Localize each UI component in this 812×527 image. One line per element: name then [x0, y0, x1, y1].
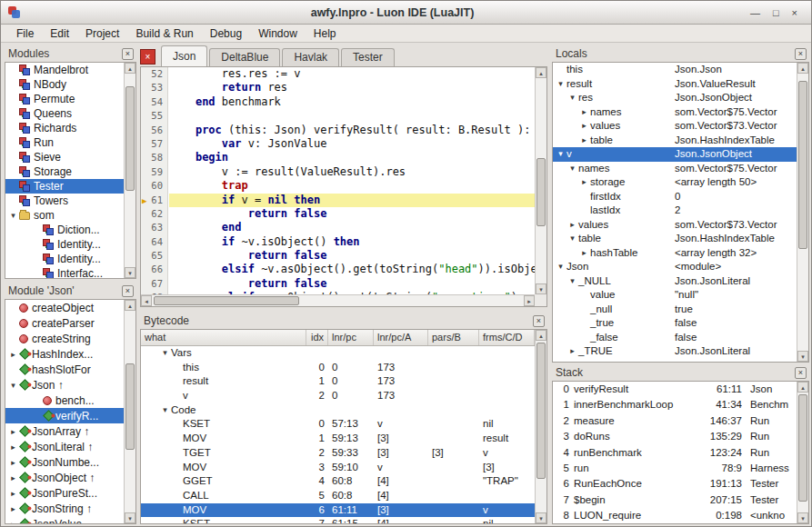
- minimize-button[interactable]: —: [744, 2, 767, 24]
- menu-item-build-run[interactable]: Build & Run: [127, 25, 201, 42]
- column-header-what[interactable]: what: [141, 330, 306, 345]
- expander-icon[interactable]: ▸: [7, 458, 19, 467]
- expander-icon[interactable]: ▾: [159, 346, 171, 361]
- tab-json[interactable]: Json: [161, 45, 207, 66]
- local-variable-row[interactable]: thisJson.Json: [553, 63, 797, 77]
- tree-item-richards[interactable]: Richards: [5, 121, 135, 135]
- column-header-frms-c-d[interactable]: frms/C/D: [479, 330, 535, 345]
- expander-icon[interactable]: ▸: [7, 442, 19, 452]
- local-variable-row[interactable]: ▾_NULLJson.JsonLiteral: [553, 274, 797, 289]
- tree-item-som[interactable]: ▾som: [5, 208, 135, 223]
- local-variable-row[interactable]: ▸namessom.Vector$75.Vector: [553, 105, 797, 120]
- tree-item-jsonarray[interactable]: ▸JsonArray ↑: [5, 423, 135, 439]
- tree-item-hashslotfor[interactable]: hashSlotFor: [5, 362, 135, 377]
- expander-icon[interactable]: ▾: [555, 260, 566, 273]
- local-variable-row[interactable]: ▾namessom.Vector$75.Vector: [553, 162, 797, 176]
- scroll-up-icon[interactable]: ▴: [125, 300, 135, 311]
- menu-item-help[interactable]: Help: [306, 25, 345, 42]
- bytecode-scrollbar[interactable]: ▴ ▾: [535, 330, 546, 523]
- locals-close-button[interactable]: ×: [795, 48, 807, 60]
- local-variable-row[interactable]: _falsefalse: [553, 331, 797, 345]
- scroll-right-icon[interactable]: ▸: [524, 295, 535, 306]
- local-variable-row[interactable]: lastIdx2: [553, 204, 797, 218]
- modules-scrollbar[interactable]: ▴ ▾: [124, 63, 135, 278]
- scroll-down-icon[interactable]: ▾: [536, 283, 546, 294]
- expander-icon[interactable]: ▸: [578, 119, 590, 133]
- scroll-up-icon[interactable]: ▴: [536, 330, 546, 341]
- tab-tester[interactable]: Tester: [341, 48, 395, 66]
- scrollbar-thumb[interactable]: [536, 343, 546, 479]
- stack-close-button[interactable]: ×: [795, 367, 807, 379]
- bytecode-row[interactable]: CALL560:8[4]: [141, 489, 535, 503]
- tree-item-bench[interactable]: bench...: [5, 393, 135, 408]
- code-line[interactable]: elsif ~v.asObject().get(toString("head")…: [169, 263, 535, 276]
- expander-icon[interactable]: ▸: [566, 218, 578, 232]
- local-variable-row[interactable]: ▸_TRUEJson.JsonLiteral: [553, 344, 797, 359]
- code-line[interactable]: return false: [169, 207, 535, 221]
- expander-icon[interactable]: ▸: [578, 105, 590, 119]
- expander-icon[interactable]: ▸: [7, 350, 19, 359]
- expander-icon[interactable]: ▸: [7, 427, 19, 436]
- code-line[interactable]: v := result(ValueResult).res: [169, 165, 535, 179]
- expander-icon[interactable]: ▸: [7, 504, 19, 513]
- tree-item-hashindex[interactable]: ▸HashIndex...: [5, 346, 135, 362]
- bytecode-panel-header[interactable]: Bytecode ×: [140, 313, 547, 329]
- scrollbar-thumb[interactable]: [125, 363, 135, 450]
- code-line[interactable]: return false: [169, 277, 535, 291]
- expander-icon[interactable]: ▾: [566, 91, 578, 104]
- expander-icon[interactable]: ▾: [7, 381, 19, 390]
- scrollbar-thumb[interactable]: [536, 158, 546, 226]
- expander-icon[interactable]: ▸: [566, 344, 578, 358]
- tree-item-jsonpurest[interactable]: ▸JsonPureSt...: [5, 485, 135, 501]
- tree-item-verifyr[interactable]: verifyR...: [5, 408, 135, 423]
- scrollbar-thumb[interactable]: [125, 86, 135, 191]
- tree-item-createobject[interactable]: createObject: [5, 300, 135, 315]
- locals-panel-header[interactable]: Locals ×: [552, 45, 809, 62]
- tree-item-permute[interactable]: Permute: [5, 92, 135, 106]
- stack-frame[interactable]: 8LUON_require0:198<unkno: [553, 508, 797, 523]
- bytecode-row[interactable]: v20173: [141, 389, 535, 403]
- expander-icon[interactable]: ▸: [7, 489, 19, 498]
- bytecode-row[interactable]: KSET761:15[4]nil: [141, 517, 535, 523]
- editor-close-button[interactable]: ×: [140, 49, 155, 65]
- code-line[interactable]: return res: [169, 81, 535, 94]
- local-variable-row[interactable]: _nulltrue: [553, 303, 797, 317]
- titlebar[interactable]: awfy.lnpro - Luon IDE (LuaJIT) — □ ×: [1, 1, 811, 25]
- tree-item-jsonstring[interactable]: ▸JsonString ↑: [5, 501, 135, 516]
- local-variable-row[interactable]: ▸hashTable<array length 32>: [553, 246, 797, 261]
- expander-icon[interactable]: ▸: [7, 473, 19, 482]
- bytecode-row[interactable]: result10173: [141, 374, 535, 389]
- tree-item-jsonvalue[interactable]: ▸JsonValue...: [5, 516, 135, 524]
- stack-frame[interactable]: 5run78:9Harness: [553, 461, 797, 476]
- editor-code-area[interactable]: res.res := v return res end benchmark pr…: [169, 67, 535, 294]
- bytecode-row[interactable]: MOV159:13[3]result: [141, 432, 535, 446]
- editor-horizontal-scrollbar[interactable]: ◂ ▸: [141, 294, 535, 306]
- scroll-down-icon[interactable]: ▾: [536, 512, 546, 523]
- local-variable-row[interactable]: value"null": [553, 288, 797, 303]
- column-header-lnr-pc-a[interactable]: lnr/pc/A: [374, 330, 428, 345]
- tree-item-jsonnumbe[interactable]: ▸JsonNumbe...: [5, 454, 135, 470]
- local-variable-row[interactable]: _truefalse: [553, 316, 797, 331]
- stack-scrollbar[interactable]: ▴ ▾: [797, 382, 808, 523]
- modules-panel-header[interactable]: Modules ×: [5, 45, 136, 62]
- local-variable-row[interactable]: ▸_FALSEJson.JsonLiteral: [553, 359, 797, 363]
- window-close-button[interactable]: ×: [786, 2, 804, 24]
- maximize-button[interactable]: □: [767, 2, 786, 24]
- local-variable-row[interactable]: ▸tableJson.HashIndexTable: [553, 134, 797, 148]
- bytecode-row[interactable]: MOV359:10v[3]: [141, 461, 535, 475]
- scroll-left-icon[interactable]: ◂: [141, 295, 152, 306]
- module-json-panel-header[interactable]: Module 'Json' ×: [5, 283, 136, 299]
- code-line[interactable]: if v = nil then: [169, 194, 535, 207]
- expander-icon[interactable]: ▸: [578, 134, 590, 147]
- expander-icon[interactable]: ▾: [566, 232, 578, 245]
- local-variable-row[interactable]: firstIdx0: [553, 190, 797, 204]
- code-line[interactable]: trap: [169, 179, 535, 193]
- code-line[interactable]: end benchmark: [169, 95, 535, 109]
- tree-item-queens[interactable]: Queens: [5, 106, 135, 121]
- menu-item-file[interactable]: File: [8, 25, 42, 42]
- scrollbar-thumb[interactable]: [154, 296, 299, 305]
- code-line[interactable]: if ~v.isObject() then: [169, 235, 535, 249]
- bytecode-close-button[interactable]: ×: [533, 315, 545, 327]
- tree-item-createparser[interactable]: createParser: [5, 315, 135, 331]
- local-variable-row[interactable]: ▾Json<module>: [553, 260, 797, 274]
